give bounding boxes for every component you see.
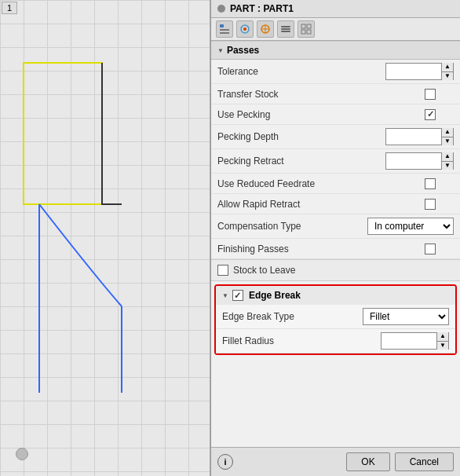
tolerance-down-btn[interactable]: ▼ <box>442 72 453 81</box>
pecking-depth-spinner[interactable]: 5 mm ▲ ▼ <box>385 128 454 145</box>
tolerance-input[interactable]: 0.01 mm <box>386 64 441 79</box>
edge-break-checkbox[interactable] <box>232 290 243 301</box>
finishing-passes-control <box>407 243 454 254</box>
edge-break-type-select[interactable]: Fillet Chamfer <box>363 309 448 324</box>
panel-title: PART : PART1 <box>230 3 294 14</box>
edge-break-type-control: Fillet Chamfer <box>363 308 449 325</box>
toolbar-select-btn[interactable] <box>236 20 254 38</box>
use-reduced-feedrate-control <box>407 178 454 189</box>
svg-rect-13 <box>281 31 290 32</box>
toolbar-expand-btn[interactable] <box>298 20 315 38</box>
title-bar: PART : PART1 <box>211 0 460 18</box>
svg-rect-11 <box>281 26 290 27</box>
pecking-retract-up-btn[interactable]: ▲ <box>442 152 453 162</box>
passes-section-label: Passes <box>227 45 259 56</box>
pecking-depth-spinner-btns: ▲ ▼ <box>441 128 453 145</box>
transfer-stock-checkbox[interactable] <box>425 89 436 100</box>
fillet-radius-label: Fillet Radius <box>222 335 381 346</box>
finishing-passes-row: Finishing Passes <box>211 239 460 259</box>
transfer-stock-control <box>407 89 454 100</box>
compensation-type-label: Compensation Type <box>217 221 367 232</box>
svg-rect-0 <box>24 63 102 204</box>
nav-dot <box>16 448 28 460</box>
allow-rapid-retract-checkbox[interactable] <box>425 199 436 210</box>
edge-break-triangle-icon: ▼ <box>222 292 228 299</box>
ok-button[interactable]: OK <box>346 452 389 471</box>
stock-to-leave-checkbox[interactable] <box>217 265 228 276</box>
canvas-area: 1 <box>0 0 210 476</box>
tolerance-up-btn[interactable]: ▲ <box>442 63 453 72</box>
compensation-type-select[interactable]: In computer In control Off <box>368 218 453 234</box>
toolbar-target-btn[interactable] <box>257 20 274 38</box>
use-pecking-row: Use Pecking <box>211 104 460 125</box>
cancel-button[interactable]: Cancel <box>395 452 454 471</box>
tolerance-label: Tolerance <box>217 66 385 77</box>
pecking-depth-row: Pecking Depth 5 mm ▲ ▼ <box>211 125 460 149</box>
compensation-type-control: In computer In control Off <box>367 218 454 235</box>
title-icon <box>217 5 225 13</box>
edge-break-content: Edge Break Type Fillet Chamfer Fillet Ra… <box>216 305 455 353</box>
pecking-retract-row: Pecking Retract 5 mm ▲ ▼ <box>211 149 460 174</box>
edge-break-type-dropdown[interactable]: Fillet Chamfer <box>363 308 449 325</box>
allow-rapid-retract-row: Allow Rapid Retract <box>211 194 460 214</box>
tolerance-control: 0.01 mm ▲ ▼ <box>385 63 454 80</box>
transfer-stock-row: Transfer Stock <box>211 84 460 104</box>
transfer-stock-label: Transfer Stock <box>217 89 407 100</box>
svg-rect-15 <box>307 24 311 28</box>
svg-rect-3 <box>220 24 224 27</box>
toolbar-tree-btn[interactable] <box>216 20 233 38</box>
svg-rect-12 <box>281 28 290 30</box>
fillet-radius-input[interactable]: 10 mm <box>382 333 436 349</box>
fillet-radius-up-btn[interactable]: ▲ <box>437 332 448 342</box>
compensation-type-row: Compensation Type In computer In control… <box>211 214 460 239</box>
edge-break-section: ▼ Edge Break Edge Break Type Fillet Cham… <box>214 284 457 355</box>
edge-break-type-label: Edge Break Type <box>222 311 363 322</box>
finishing-passes-label: Finishing Passes <box>217 243 407 254</box>
svg-rect-5 <box>220 32 229 34</box>
stock-to-leave-row: Stock to Leave <box>211 259 460 281</box>
pecking-retract-spinner-btns: ▲ ▼ <box>441 152 453 170</box>
tolerance-spinner[interactable]: 0.01 mm ▲ ▼ <box>385 63 454 80</box>
pecking-retract-down-btn[interactable]: ▼ <box>442 162 453 170</box>
pecking-retract-spinner[interactable]: 5 mm ▲ ▼ <box>385 152 454 170</box>
edge-break-label: Edge Break <box>249 290 301 301</box>
info-button[interactable]: i <box>217 454 233 470</box>
passes-triangle-icon: ▼ <box>217 47 224 54</box>
panel-content: ▼ Passes Tolerance 0.01 mm ▲ ▼ Transfer … <box>211 41 460 447</box>
fillet-radius-spinner-btns: ▲ ▼ <box>436 332 448 350</box>
pecking-depth-input[interactable]: 5 mm <box>386 129 441 145</box>
finishing-passes-checkbox[interactable] <box>425 243 436 254</box>
use-reduced-feedrate-row: Use Reduced Feedrate <box>211 174 460 194</box>
pecking-depth-up-btn[interactable]: ▲ <box>442 128 453 137</box>
use-pecking-label: Use Pecking <box>217 109 407 120</box>
svg-rect-16 <box>301 30 305 34</box>
fillet-radius-down-btn[interactable]: ▼ <box>437 342 448 350</box>
edge-break-header[interactable]: ▼ Edge Break <box>216 286 455 305</box>
use-pecking-checkbox[interactable] <box>425 109 436 120</box>
use-pecking-control <box>407 109 454 120</box>
pecking-depth-control: 5 mm ▲ ▼ <box>385 128 454 145</box>
pecking-retract-input[interactable]: 5 mm <box>386 153 441 169</box>
svg-point-7 <box>243 27 246 31</box>
use-reduced-feedrate-label: Use Reduced Feedrate <box>217 178 407 189</box>
compensation-type-dropdown[interactable]: In computer In control Off <box>367 218 454 235</box>
use-reduced-feedrate-checkbox[interactable] <box>425 178 436 189</box>
svg-rect-4 <box>220 29 229 31</box>
pecking-depth-down-btn[interactable]: ▼ <box>442 137 453 146</box>
pecking-retract-control: 5 mm ▲ ▼ <box>385 152 454 170</box>
properties-panel: PART : PART1 ▼ Passes Tolerance <box>210 0 460 476</box>
toolbar <box>211 18 460 41</box>
action-buttons: OK Cancel <box>346 452 454 471</box>
pecking-retract-label: Pecking Retract <box>217 156 385 167</box>
fillet-radius-spinner[interactable]: 10 mm ▲ ▼ <box>381 332 449 350</box>
canvas-drawing <box>0 0 210 476</box>
edge-break-type-row: Edge Break Type Fillet Chamfer <box>216 305 455 329</box>
tolerance-row: Tolerance 0.01 mm ▲ ▼ <box>211 60 460 84</box>
allow-rapid-retract-control <box>407 199 454 210</box>
passes-section-header[interactable]: ▼ Passes <box>211 41 460 60</box>
info-icon: i <box>224 457 226 467</box>
svg-rect-14 <box>301 24 305 28</box>
tolerance-spinner-btns: ▲ ▼ <box>441 63 453 80</box>
toolbar-layers-btn[interactable] <box>277 20 294 38</box>
bottom-bar: i OK Cancel <box>211 447 460 476</box>
